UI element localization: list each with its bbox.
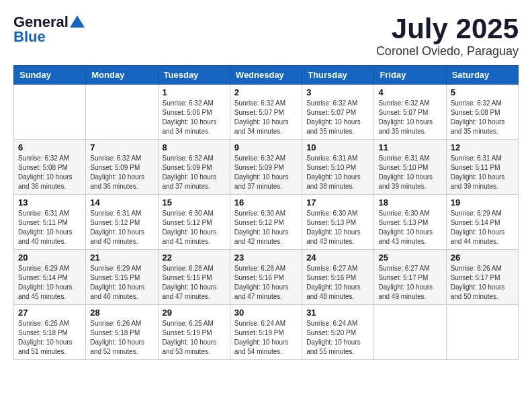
day-number: 2 [234,87,298,97]
weekday-header-tuesday: Tuesday [158,66,230,85]
day-number: 26 [451,253,514,263]
calendar-cell: 30Sunrise: 6:24 AM Sunset: 5:19 PM Dayli… [230,305,302,360]
day-number: 7 [90,142,153,152]
calendar-cell [374,305,446,360]
day-number: 15 [163,197,226,208]
day-info: Sunrise: 6:32 AM Sunset: 5:09 PM Dayligh… [234,154,298,191]
calendar-week-row: 27Sunrise: 6:26 AM Sunset: 5:18 PM Dayli… [14,305,519,360]
calendar-cell: 1Sunrise: 6:32 AM Sunset: 5:06 PM Daylig… [158,85,230,140]
day-info: Sunrise: 6:31 AM Sunset: 5:10 PM Dayligh… [306,154,369,191]
day-info: Sunrise: 6:26 AM Sunset: 5:17 PM Dayligh… [451,264,514,302]
day-info: Sunrise: 6:29 AM Sunset: 5:15 PM Dayligh… [90,264,153,302]
day-info: Sunrise: 6:27 AM Sunset: 5:17 PM Dayligh… [378,264,441,302]
day-info: Sunrise: 6:25 AM Sunset: 5:19 PM Dayligh… [163,319,226,357]
calendar-cell: 20Sunrise: 6:29 AM Sunset: 5:14 PM Dayli… [14,250,86,305]
page-header: General Blue July 2025 Coronel Oviedo, P… [13,13,519,58]
day-number: 6 [18,142,81,152]
svg-marker-0 [70,15,85,28]
day-number: 30 [234,308,298,318]
weekday-header-thursday: Thursday [302,66,374,85]
calendar-cell [14,85,86,140]
day-info: Sunrise: 6:32 AM Sunset: 5:09 PM Dayligh… [90,154,153,191]
calendar-cell: 14Sunrise: 6:31 AM Sunset: 5:12 PM Dayli… [86,195,158,250]
day-number: 18 [378,197,441,208]
location-title: Coronel Oviedo, Paraguay [376,44,519,58]
logo-blue: Blue [13,28,46,46]
day-number: 4 [378,87,441,97]
day-info: Sunrise: 6:30 AM Sunset: 5:13 PM Dayligh… [378,209,441,246]
day-info: Sunrise: 6:31 AM Sunset: 5:12 PM Dayligh… [90,209,153,246]
day-info: Sunrise: 6:28 AM Sunset: 5:15 PM Dayligh… [163,264,226,302]
day-number: 19 [451,197,514,208]
calendar-cell: 2Sunrise: 6:32 AM Sunset: 5:07 PM Daylig… [230,85,302,140]
day-info: Sunrise: 6:32 AM Sunset: 5:09 PM Dayligh… [163,154,226,191]
day-info: Sunrise: 6:32 AM Sunset: 5:08 PM Dayligh… [18,154,81,191]
day-number: 11 [378,142,441,152]
calendar-week-row: 1Sunrise: 6:32 AM Sunset: 5:06 PM Daylig… [14,85,519,140]
calendar-cell: 7Sunrise: 6:32 AM Sunset: 5:09 PM Daylig… [86,140,158,195]
calendar-cell: 18Sunrise: 6:30 AM Sunset: 5:13 PM Dayli… [374,195,446,250]
calendar-cell: 12Sunrise: 6:31 AM Sunset: 5:11 PM Dayli… [446,140,518,195]
calendar-cell [446,305,518,360]
day-number: 29 [163,308,226,318]
weekday-header-row: SundayMondayTuesdayWednesdayThursdayFrid… [14,66,519,85]
day-info: Sunrise: 6:30 AM Sunset: 5:12 PM Dayligh… [163,209,226,246]
logo: General Blue [13,13,85,46]
calendar-table: SundayMondayTuesdayWednesdayThursdayFrid… [13,65,519,360]
calendar-cell: 17Sunrise: 6:30 AM Sunset: 5:13 PM Dayli… [302,195,374,250]
day-number: 1 [163,87,226,97]
day-info: Sunrise: 6:31 AM Sunset: 5:11 PM Dayligh… [451,154,514,191]
calendar-cell: 3Sunrise: 6:32 AM Sunset: 5:07 PM Daylig… [302,85,374,140]
calendar-cell: 31Sunrise: 6:24 AM Sunset: 5:20 PM Dayli… [302,305,374,360]
calendar-cell: 4Sunrise: 6:32 AM Sunset: 5:07 PM Daylig… [374,85,446,140]
title-area: July 2025 Coronel Oviedo, Paraguay [376,13,519,58]
calendar-cell: 26Sunrise: 6:26 AM Sunset: 5:17 PM Dayli… [446,250,518,305]
day-number: 21 [90,253,153,263]
calendar-week-row: 13Sunrise: 6:31 AM Sunset: 5:11 PM Dayli… [14,195,519,250]
day-info: Sunrise: 6:28 AM Sunset: 5:16 PM Dayligh… [234,264,298,302]
day-info: Sunrise: 6:32 AM Sunset: 5:07 PM Dayligh… [378,99,441,136]
day-info: Sunrise: 6:30 AM Sunset: 5:12 PM Dayligh… [234,209,298,246]
weekday-header-sunday: Sunday [14,66,86,85]
day-info: Sunrise: 6:31 AM Sunset: 5:10 PM Dayligh… [378,154,441,191]
day-number: 31 [306,308,369,318]
calendar-cell: 8Sunrise: 6:32 AM Sunset: 5:09 PM Daylig… [158,140,230,195]
calendar-cell: 23Sunrise: 6:28 AM Sunset: 5:16 PM Dayli… [230,250,302,305]
calendar-cell: 6Sunrise: 6:32 AM Sunset: 5:08 PM Daylig… [14,140,86,195]
day-number: 24 [306,253,369,263]
day-info: Sunrise: 6:32 AM Sunset: 5:07 PM Dayligh… [234,99,298,136]
calendar-cell: 22Sunrise: 6:28 AM Sunset: 5:15 PM Dayli… [158,250,230,305]
day-info: Sunrise: 6:29 AM Sunset: 5:14 PM Dayligh… [451,209,514,246]
weekday-header-saturday: Saturday [446,66,518,85]
weekday-header-monday: Monday [86,66,158,85]
day-number: 14 [90,197,153,208]
calendar-cell: 25Sunrise: 6:27 AM Sunset: 5:17 PM Dayli… [374,250,446,305]
day-info: Sunrise: 6:26 AM Sunset: 5:18 PM Dayligh… [90,319,153,357]
day-number: 25 [378,253,441,263]
day-number: 5 [451,87,514,97]
day-number: 8 [163,142,226,152]
day-info: Sunrise: 6:31 AM Sunset: 5:11 PM Dayligh… [18,209,81,246]
calendar-cell: 15Sunrise: 6:30 AM Sunset: 5:12 PM Dayli… [158,195,230,250]
calendar-cell: 11Sunrise: 6:31 AM Sunset: 5:10 PM Dayli… [374,140,446,195]
day-info: Sunrise: 6:32 AM Sunset: 5:07 PM Dayligh… [306,99,369,136]
day-info: Sunrise: 6:27 AM Sunset: 5:16 PM Dayligh… [306,264,369,302]
day-number: 16 [234,197,298,208]
day-number: 28 [90,308,153,318]
day-number: 10 [306,142,369,152]
day-info: Sunrise: 6:32 AM Sunset: 5:06 PM Dayligh… [163,99,226,136]
calendar-cell: 28Sunrise: 6:26 AM Sunset: 5:18 PM Dayli… [86,305,158,360]
day-info: Sunrise: 6:24 AM Sunset: 5:19 PM Dayligh… [234,319,298,357]
day-info: Sunrise: 6:24 AM Sunset: 5:20 PM Dayligh… [306,319,369,357]
day-number: 27 [18,308,81,318]
calendar-cell: 21Sunrise: 6:29 AM Sunset: 5:15 PM Dayli… [86,250,158,305]
day-number: 3 [306,87,369,97]
calendar-cell: 19Sunrise: 6:29 AM Sunset: 5:14 PM Dayli… [446,195,518,250]
logo-icon [70,14,85,29]
day-number: 22 [163,253,226,263]
day-info: Sunrise: 6:32 AM Sunset: 5:08 PM Dayligh… [451,99,514,136]
day-info: Sunrise: 6:30 AM Sunset: 5:13 PM Dayligh… [306,209,369,246]
day-number: 23 [234,253,298,263]
day-number: 17 [306,197,369,208]
day-number: 12 [451,142,514,152]
